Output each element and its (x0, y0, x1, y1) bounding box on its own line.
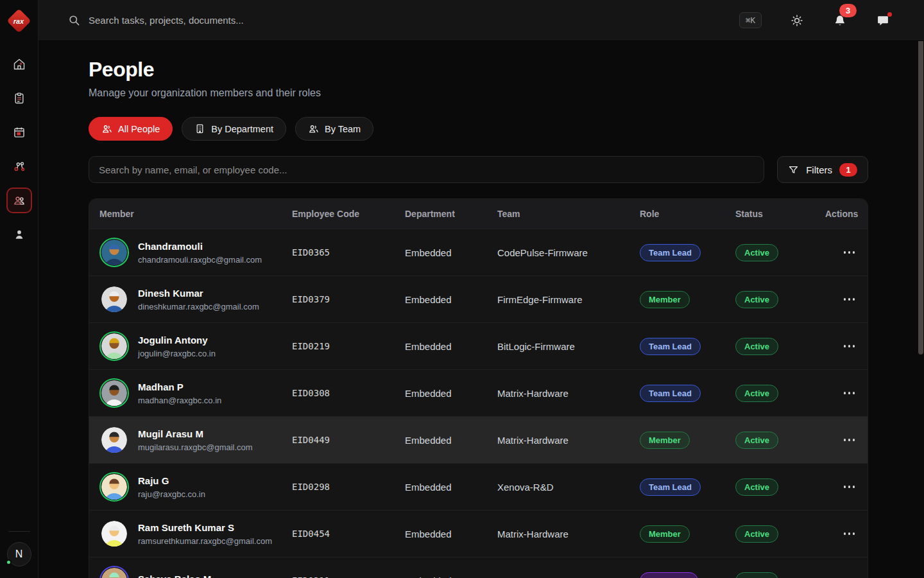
member-name: Sahaya Belco M (138, 574, 211, 578)
status-badge: Active (735, 338, 778, 355)
notifications-button[interactable]: 3 (832, 13, 848, 28)
member-cell[interactable]: Chandramouli chandramouli.raxgbc@gmail.c… (99, 238, 292, 267)
sidebar-item-home[interactable] (6, 51, 32, 77)
table-row[interactable]: Ram Sureth Kumar S ramsurethkumar.raxgbc… (89, 510, 868, 557)
table-row[interactable]: Dinesh Kumar dineshkumar.raxgbc@gmail.co… (89, 276, 868, 322)
sidebar-item-tasks[interactable] (6, 85, 32, 111)
member-cell[interactable]: Ram Sureth Kumar S ramsurethkumar.raxgbc… (99, 519, 292, 548)
status-cell: Active (735, 291, 825, 308)
role-badge: Dept Lead (640, 572, 698, 578)
messages-button[interactable] (875, 13, 891, 28)
people-search-input[interactable] (89, 156, 764, 183)
member-name: Raju G (138, 475, 205, 487)
table-row[interactable]: Madhan P madhan@raxgbc.co.in EID0308 Emb… (89, 369, 868, 416)
status-cell: Active (735, 385, 825, 402)
chat-unread-dot (887, 12, 892, 17)
avatar-illustration (101, 474, 127, 500)
status-cell: Active (735, 432, 825, 449)
workflow-icon (13, 160, 26, 173)
column-header-role: Role (640, 209, 735, 219)
filters-button[interactable]: Filters 1 (777, 156, 868, 183)
role-badge: Team Lead (640, 244, 701, 261)
department-cell: Embedded (405, 482, 497, 493)
table-toolbar: Filters 1 (89, 156, 868, 183)
column-header-department: Department (405, 209, 497, 219)
avatar (99, 566, 129, 578)
member-email: raju@raxgbc.co.in (138, 489, 205, 499)
row-actions-button[interactable] (841, 575, 858, 578)
member-identity: Raju G raju@raxgbc.co.in (138, 475, 205, 499)
tab-by-department[interactable]: By Department (182, 117, 286, 141)
row-actions-button[interactable] (841, 388, 858, 398)
people-icon (101, 123, 112, 134)
global-search-input[interactable] (89, 15, 397, 26)
sidebar-nav (6, 51, 32, 247)
role-cell: Member (640, 291, 735, 308)
department-cell: Embedded (405, 294, 497, 305)
avatar-illustration (101, 568, 127, 578)
table-row[interactable]: Mugil Arasu M mugilarasu.raxgbc@gmail.co… (89, 416, 868, 463)
role-cell: Team Lead (640, 478, 735, 496)
user-avatar[interactable]: N (7, 542, 31, 566)
member-cell[interactable]: Sahaya Belco M (99, 566, 292, 578)
table-header: Member Employee Code Department Team Rol… (89, 199, 868, 229)
member-identity: Chandramouli chandramouli.raxgbc@gmail.c… (138, 241, 262, 265)
actions-cell (825, 435, 857, 445)
logo-diamond-icon: rax (6, 8, 31, 33)
status-cell: Active (735, 338, 825, 355)
member-cell[interactable]: Mugil Arasu M mugilarasu.raxgbc@gmail.co… (99, 425, 292, 455)
status-badge: Active (735, 478, 778, 496)
app-logo[interactable]: rax (6, 8, 32, 33)
role-cell: Team Lead (640, 244, 735, 261)
column-header-member: Member (99, 209, 292, 219)
global-search[interactable] (68, 14, 739, 26)
filters-label: Filters (806, 164, 832, 175)
user-avatar-initial: N (15, 548, 23, 560)
table-row[interactable]: Raju G raju@raxgbc.co.in EID0298 Embedde… (89, 463, 868, 510)
employee-code-cell: EID0298 (292, 482, 405, 492)
role-badge: Team Lead (640, 385, 701, 402)
row-actions-button[interactable] (841, 482, 858, 492)
sidebar-item-people[interactable] (6, 188, 32, 213)
row-actions-button[interactable] (841, 529, 858, 539)
row-actions-button[interactable] (841, 341, 858, 351)
member-name: Dinesh Kumar (138, 288, 259, 299)
member-email: dineshkumar.raxgbc@gmail.com (138, 302, 259, 311)
theme-toggle-button[interactable] (789, 13, 805, 28)
member-cell[interactable]: Madhan P madhan@raxgbc.co.in (99, 378, 292, 408)
department-cell: Embedded (405, 575, 497, 578)
row-actions-button[interactable] (841, 294, 858, 304)
vertical-scrollbar-thumb[interactable] (918, 41, 923, 355)
employee-code-cell: EID0308 (292, 388, 405, 398)
tab-by-team[interactable]: By Team (295, 117, 373, 141)
member-name: Madhan P (138, 381, 221, 393)
avatar (99, 331, 129, 361)
topbar-actions: ⌘K 3 (739, 12, 891, 28)
member-email: ramsurethkumar.raxgbc@gmail.com (138, 536, 272, 546)
member-name: Mugil Arasu M (138, 428, 253, 440)
avatar (99, 472, 129, 502)
member-identity: Mugil Arasu M mugilarasu.raxgbc@gmail.co… (138, 428, 253, 452)
shortcut-kbd[interactable]: ⌘K (739, 12, 762, 28)
team-cell: BitLogic-Firmware (497, 341, 640, 352)
role-badge: Member (640, 525, 690, 543)
sidebar-item-calendar[interactable] (6, 119, 32, 145)
sidebar-item-profile[interactable] (6, 222, 32, 247)
member-name: Chandramouli (138, 241, 262, 252)
row-actions-button[interactable] (841, 435, 858, 445)
avatar (99, 378, 129, 408)
table-row[interactable]: Sahaya Belco M EID0311 Embedded — Dept L… (89, 557, 868, 578)
view-tabs: All People By Department By Team (89, 117, 868, 141)
actions-cell (825, 294, 857, 304)
role-cell: Team Lead (640, 385, 735, 402)
tab-all-people[interactable]: All People (89, 117, 173, 141)
employee-code-cell: EID0365 (292, 247, 405, 258)
page-subtitle: Manage your organization members and the… (89, 87, 868, 99)
table-row[interactable]: Jogulin Antony jogulin@raxgbc.co.in EID0… (89, 322, 868, 369)
row-actions-button[interactable] (841, 247, 858, 258)
member-cell[interactable]: Raju G raju@raxgbc.co.in (99, 472, 292, 502)
sidebar-item-workflow[interactable] (6, 153, 32, 179)
table-row[interactable]: Chandramouli chandramouli.raxgbc@gmail.c… (89, 229, 868, 276)
member-cell[interactable]: Dinesh Kumar dineshkumar.raxgbc@gmail.co… (99, 285, 292, 314)
member-cell[interactable]: Jogulin Antony jogulin@raxgbc.co.in (99, 331, 292, 361)
